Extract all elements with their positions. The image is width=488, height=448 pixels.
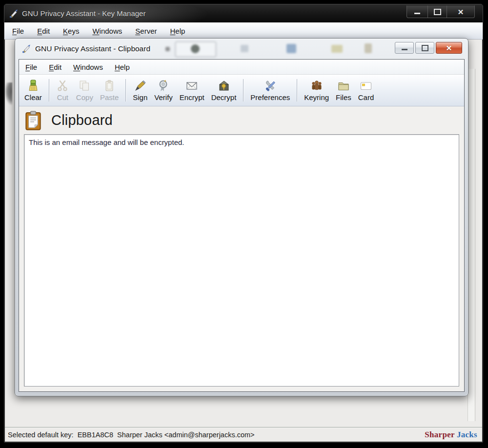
clipboard-textarea[interactable]: This is an email message and will be enc… <box>24 134 459 387</box>
keyring-people-icon <box>310 80 323 93</box>
toolbar-button-clear[interactable]: Clear <box>21 78 45 103</box>
glass-ghost-blue-square <box>286 44 296 53</box>
minimize-icon <box>402 49 407 50</box>
maximize-icon <box>422 45 428 51</box>
menu-file[interactable]: File <box>12 27 24 35</box>
toolbar-button-cut[interactable]: Cut <box>53 78 73 103</box>
copy-pages-icon <box>78 80 91 93</box>
toolbar-button-card[interactable]: Card <box>355 78 378 103</box>
close-icon: ✕ <box>446 44 452 52</box>
key-manager-title: GNU Privacy Assistant - Key Manager <box>22 9 145 18</box>
clipboard-editor-wrap: This is an email message and will be enc… <box>19 134 464 391</box>
toolbar-separator <box>49 79 49 102</box>
glass-ghost-card <box>365 43 372 53</box>
close-button[interactable]: ✕ <box>436 42 462 54</box>
gpa-app-icon <box>22 44 31 53</box>
toolbar-button-encrypt[interactable]: Encrypt <box>176 78 208 103</box>
clipboard-window-body: File Edit Windows Help Clear <box>19 59 465 392</box>
glass-ghost-shape <box>165 47 170 51</box>
sign-pen-icon <box>134 80 147 93</box>
glass-ghost-circle <box>191 44 200 53</box>
menu-server[interactable]: Server <box>135 27 157 35</box>
default-key-status: Selected default key: EBB1A8C8 Sharper J… <box>8 431 255 439</box>
menu-edit[interactable]: Edit <box>49 63 61 71</box>
smartcard-icon <box>360 80 373 93</box>
toolbar-button-decrypt[interactable]: Decrypt <box>208 78 240 103</box>
clipboard-header: Clipboard <box>19 106 464 134</box>
gpa-app-icon <box>9 9 18 18</box>
cut-scissors-icon <box>56 80 69 93</box>
toolbar-button-verify[interactable]: Verify <box>151 78 176 103</box>
clear-brush-icon <box>26 80 40 93</box>
key-manager-pane-edge <box>468 69 475 421</box>
menu-file[interactable]: File <box>25 63 37 71</box>
maximize-button[interactable] <box>427 5 447 18</box>
toolbar-button-keyring[interactable]: Keyring <box>301 78 332 103</box>
clipboard-icon <box>24 111 42 130</box>
paste-clipboard-icon <box>103 80 116 93</box>
glass-ghost-folder <box>331 45 343 53</box>
close-icon: ✕ <box>458 8 464 16</box>
toolbar-separator <box>297 79 297 102</box>
close-button[interactable]: ✕ <box>447 5 475 18</box>
partial-parent-toolbar-icon <box>5 82 12 105</box>
toolbar-button-copy[interactable]: Copy <box>73 78 97 103</box>
menu-windows[interactable]: Windows <box>73 63 103 71</box>
maximize-icon <box>434 9 441 15</box>
clipboard-window-controls: ✕ <box>395 42 462 54</box>
clipboard-titlebar[interactable]: GNU Privacy Assistant - Clipboard ✕ <box>15 39 468 59</box>
minimize-button[interactable] <box>407 5 428 18</box>
toolbar-button-paste[interactable]: Paste <box>97 78 122 103</box>
files-folder-icon <box>337 80 350 93</box>
clipboard-window: GNU Privacy Assistant - Clipboard ✕ File… <box>15 38 468 396</box>
toolbar-button-files[interactable]: Files <box>332 78 355 103</box>
menu-windows[interactable]: Windows <box>92 27 122 35</box>
maximize-button[interactable] <box>415 42 434 54</box>
toolbar-separator <box>125 79 126 102</box>
decrypt-envelope-icon <box>217 80 230 93</box>
brand-word-sharper: Sharper <box>425 430 455 439</box>
minimize-icon <box>414 13 420 14</box>
menu-edit[interactable]: Edit <box>37 27 50 35</box>
toolbar-separator <box>243 79 244 102</box>
menu-keys[interactable]: Keys <box>63 27 79 35</box>
key-manager-titlebar[interactable]: GNU Privacy Assistant - Key Manager ✕ <box>4 4 483 22</box>
key-manager-menubar: File Edit Keys Windows Server Help <box>4 22 483 40</box>
glass-ghost-scissors <box>241 45 248 52</box>
key-manager-window-controls: ✕ <box>407 5 475 18</box>
encrypt-envelope-icon <box>185 80 199 93</box>
status-bar: Selected default key: EBB1A8C8 Sharper J… <box>5 427 482 442</box>
preferences-tools-icon <box>264 80 277 93</box>
toolbar-button-preferences[interactable]: Preferences <box>247 78 293 103</box>
clipboard-menubar: File Edit Windows Help <box>19 60 464 75</box>
page-title: Clipboard <box>51 112 113 128</box>
screenshot-root: GNU Privacy Assistant - Key Manager ✕ Fi… <box>0 0 488 448</box>
toolbar-button-sign[interactable]: Sign <box>129 78 151 103</box>
brand-word-jacks: Jacks <box>457 430 477 439</box>
menu-help[interactable]: Help <box>115 63 130 71</box>
clipboard-toolbar: Clear Cut <box>19 75 464 106</box>
sharper-jacks-logo: SharperJacks <box>425 430 477 440</box>
clipboard-window-title: GNU Privacy Assistant - Clipboard <box>35 44 150 53</box>
minimize-button[interactable] <box>395 42 414 54</box>
menu-help[interactable]: Help <box>170 27 185 35</box>
verify-seal-icon <box>157 80 170 93</box>
